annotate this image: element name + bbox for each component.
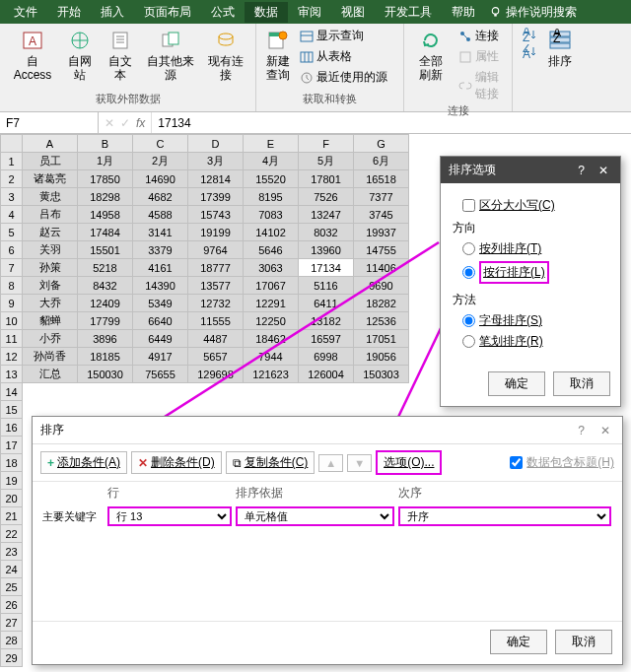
- col-header[interactable]: A: [23, 135, 78, 153]
- row-header[interactable]: 13: [1, 366, 23, 383]
- cell[interactable]: 12409: [78, 295, 133, 312]
- cell[interactable]: 7526: [299, 188, 354, 206]
- cancel-button[interactable]: 取消: [553, 371, 610, 396]
- cell[interactable]: 13182: [299, 312, 354, 330]
- cell[interactable]: 121623: [244, 366, 299, 383]
- tab-formula[interactable]: 公式: [201, 2, 245, 23]
- cell[interactable]: 8032: [299, 224, 354, 241]
- tab-data[interactable]: 数据: [245, 2, 288, 23]
- cell[interactable]: 黄忠: [23, 188, 78, 206]
- cell[interactable]: 13960: [299, 241, 354, 259]
- move-up-button[interactable]: ▲: [318, 454, 343, 472]
- row-header[interactable]: 16: [1, 419, 23, 437]
- row-header[interactable]: 6: [1, 241, 23, 259]
- cell[interactable]: 9690: [354, 277, 409, 295]
- row-header[interactable]: 5: [1, 224, 23, 241]
- sort-asc-button[interactable]: AZ: [519, 27, 540, 42]
- options-button[interactable]: 选项(O)...: [376, 450, 442, 475]
- pinyin-sort-radio[interactable]: 字母排序(S): [462, 312, 608, 329]
- from-web-button[interactable]: 自网站: [61, 27, 100, 85]
- from-table-button[interactable]: 从表格: [298, 47, 389, 66]
- cell[interactable]: 5116: [299, 277, 354, 295]
- cell[interactable]: 3月: [188, 153, 244, 170]
- close-icon[interactable]: ✕: [595, 164, 612, 177]
- cell[interactable]: 14390: [133, 277, 188, 295]
- row-header[interactable]: 27: [1, 614, 23, 632]
- row-header[interactable]: 10: [1, 312, 23, 330]
- row-header[interactable]: 9: [1, 295, 23, 312]
- cell[interactable]: 18298: [78, 188, 133, 206]
- cell[interactable]: 大乔: [23, 295, 78, 312]
- cell[interactable]: 11555: [188, 312, 244, 330]
- existing-conn-button[interactable]: 现有连接: [201, 27, 249, 85]
- accept-formula-icon[interactable]: ✓: [120, 116, 130, 130]
- cell[interactable]: 诸葛亮: [23, 170, 78, 188]
- cell[interactable]: 3063: [244, 259, 299, 277]
- fx-icon[interactable]: fx: [136, 116, 145, 130]
- tab-review[interactable]: 审阅: [288, 2, 331, 23]
- edit-links-button[interactable]: 编辑链接: [456, 68, 506, 103]
- cell[interactable]: 孙尚香: [23, 348, 78, 366]
- row-header[interactable]: 22: [1, 525, 23, 543]
- row-header[interactable]: 7: [1, 259, 23, 277]
- cell[interactable]: 4682: [133, 188, 188, 206]
- move-down-button[interactable]: ▼: [347, 454, 372, 472]
- row-header[interactable]: 14: [1, 383, 23, 401]
- cancel-button[interactable]: 取消: [555, 630, 612, 654]
- cell[interactable]: 9764: [188, 241, 244, 259]
- row-header[interactable]: 3: [1, 188, 23, 206]
- help-icon[interactable]: ?: [578, 424, 585, 437]
- cell[interactable]: 16597: [299, 330, 354, 348]
- case-sensitive-checkbox[interactable]: 区分大小写(C): [462, 197, 608, 214]
- cell[interactable]: 6411: [299, 295, 354, 312]
- row-header[interactable]: 18: [1, 454, 23, 472]
- tab-insert[interactable]: 插入: [91, 2, 134, 23]
- from-access-button[interactable]: A自 Access: [6, 27, 59, 85]
- cell[interactable]: 汇总: [23, 366, 78, 383]
- cell[interactable]: 7083: [244, 206, 299, 224]
- cell[interactable]: 18777: [188, 259, 244, 277]
- cell[interactable]: 6640: [133, 312, 188, 330]
- copy-condition-button[interactable]: ⧉复制条件(C): [226, 451, 316, 474]
- cell[interactable]: 13247: [299, 206, 354, 224]
- cell[interactable]: 赵云: [23, 224, 78, 241]
- tab-help[interactable]: 帮助: [442, 2, 485, 23]
- tell-me-search[interactable]: 操作说明搜索: [489, 4, 577, 21]
- cell[interactable]: 貂蝉: [23, 312, 78, 330]
- cell[interactable]: 15743: [188, 206, 244, 224]
- connections-button[interactable]: 连接: [456, 27, 506, 45]
- recent-sources-button[interactable]: 最近使用的源: [298, 68, 389, 87]
- from-other-button[interactable]: 自其他来源: [141, 27, 199, 85]
- cell[interactable]: 1月: [78, 153, 133, 170]
- new-query-button[interactable]: 新建 查询: [262, 27, 294, 85]
- cell[interactable]: 16518: [354, 170, 409, 188]
- stroke-sort-radio[interactable]: 笔划排序(R): [462, 333, 608, 350]
- sort-basis-select[interactable]: 单元格值: [236, 506, 394, 526]
- col-header[interactable]: E: [244, 135, 299, 153]
- cell[interactable]: 18282: [354, 295, 409, 312]
- cell[interactable]: 126004: [299, 366, 354, 383]
- tab-file[interactable]: 文件: [4, 2, 47, 23]
- cell[interactable]: 3379: [133, 241, 188, 259]
- help-icon[interactable]: ?: [578, 164, 585, 177]
- cell[interactable]: 19937: [354, 224, 409, 241]
- cell[interactable]: 4588: [133, 206, 188, 224]
- col-header[interactable]: B: [78, 135, 133, 153]
- cell[interactable]: 7377: [354, 188, 409, 206]
- cell[interactable]: 3745: [354, 206, 409, 224]
- col-header[interactable]: D: [188, 135, 244, 153]
- from-text-button[interactable]: 自文本: [102, 27, 140, 85]
- cell[interactable]: 15501: [78, 241, 133, 259]
- cell[interactable]: 8432: [78, 277, 133, 295]
- col-header[interactable]: G: [354, 135, 409, 153]
- cell[interactable]: 12536: [354, 312, 409, 330]
- tab-dev[interactable]: 开发工具: [375, 2, 442, 23]
- cancel-formula-icon[interactable]: ✕: [105, 116, 114, 130]
- cell[interactable]: 员工: [23, 153, 78, 170]
- row-header[interactable]: 19: [1, 472, 23, 490]
- cell[interactable]: 6998: [299, 348, 354, 366]
- row-header[interactable]: 11: [1, 330, 23, 348]
- row-header[interactable]: 2: [1, 170, 23, 188]
- cell[interactable]: 15520: [244, 170, 299, 188]
- row-header[interactable]: 25: [1, 578, 23, 596]
